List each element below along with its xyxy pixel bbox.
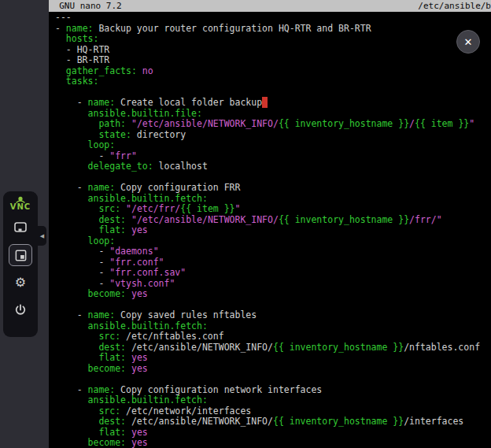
terminal-line: - name: Copy saved rules nftables [55,310,491,321]
close-button[interactable]: ✕ [456,30,480,54]
terminal-line: loop: [55,140,491,151]
terminal-line: delegate_to: localhost [55,161,491,172]
terminal-line: - name: Copy configuration network inter… [55,385,491,396]
gear-icon: ⚙ [15,276,26,289]
terminal-line: - "frr.conf" [55,257,491,268]
terminal-line: hosts: [55,34,491,45]
terminal-line: - BR-RTR [55,55,491,66]
terminal-line [55,300,491,311]
terminal-line: dest: /etc/ansible/NETWORK_INFO/{{ inven… [55,342,491,354]
terminal-line: src: "/etc/frr/{{ item }}" [55,204,491,215]
terminal-line: flat: yes [55,225,491,236]
control-bar-handle[interactable]: ◀ [38,226,46,246]
collapse-arrow-icon: ◀ [40,233,44,239]
nano-file-path: /etc/ansible/b [418,0,491,12]
viewport-drag-icon [13,220,28,235]
nano-titlebar: GNU nano 7.2 /etc/ansible/b [49,0,491,12]
viewport-drag-button[interactable] [9,217,32,239]
nano-app-title: GNU nano 7.2 [49,0,122,12]
terminal-line [55,172,491,183]
terminal-line: tasks: [55,76,491,87]
close-icon: ✕ [464,36,473,48]
vnc-logo-text: VNC [10,203,31,211]
terminal-line: src: /etc/network/interfaces [55,406,491,417]
terminal-line: dest: /etc/ansible/NETWORK_INFO/{{ inven… [55,417,491,428]
terminal-line: ansible.builtin.file: [55,109,491,120]
terminal-line: ansible.builtin.fetch: [55,395,491,406]
power-button[interactable] [9,299,32,321]
terminal-line: - "vtysh.conf" [55,279,491,290]
fullscreen-icon [14,249,28,262]
power-icon [14,304,27,317]
terminal-line: become: yes [55,364,491,375]
vnc-control-bar: VNC ⚙ [3,191,38,337]
terminal-line: gather_facts: no [55,66,491,77]
terminal-line: - "frr.conf.sav" [55,268,491,279]
terminal-line: - "daemons" [55,246,491,257]
fullscreen-button[interactable] [9,244,32,266]
terminal-line: - name: Copy configuration FRR [55,183,491,194]
terminal-line [55,87,491,98]
terminal-line: ansible.builtin.fetch: [55,194,491,205]
terminal-window: GNU nano 7.2 /etc/ansible/b ---- name: B… [49,0,491,448]
terminal-line: - name: Create local folder backup [55,98,491,109]
terminal-line: flat: yes [55,353,491,364]
terminal-line: - name: Backup your router configuration… [55,24,491,35]
terminal-line: loop: [55,236,491,247]
terminal-line: - HQ-RTR [55,45,491,56]
terminal-line: become: yes [55,289,491,300]
terminal-line: --- [55,13,491,24]
terminal-line: state: directory [55,130,491,141]
vnc-logo: VNC [10,195,31,211]
terminal-screen[interactable]: ---- name: Backup your router configurat… [49,12,491,448]
terminal-line [55,374,491,385]
terminal-line: dest: "/etc/ansible/NETWORK_INFO/{{ inve… [55,215,491,226]
terminal-line: flat: yes [55,428,491,439]
text-cursor [262,97,268,108]
terminal-line: src: /etc/nftables.conf [55,331,491,342]
terminal-line: become: yes [55,438,491,448]
terminal-line: path: "/etc/ansible/NETWORK_INFO/{{ inve… [55,119,491,130]
settings-button[interactable]: ⚙ [9,272,32,294]
terminal-line: - "frr" [55,151,491,162]
terminal-line: ansible.builtin.fetch: [55,321,491,332]
